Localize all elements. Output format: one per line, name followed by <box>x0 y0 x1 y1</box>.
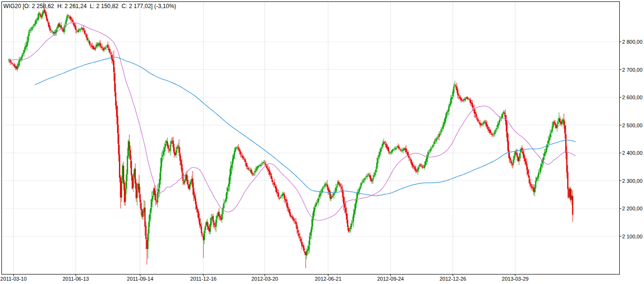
y-tick-label: 2 500,00 <box>622 123 643 128</box>
y-axis-labels: 2 800,002 700,002 600,002 500,002 400,00… <box>622 39 643 239</box>
chart-window: 2 800,002 700,002 600,002 500,002 400,00… <box>0 0 644 284</box>
x-tick-label: 2011-12-16 <box>190 276 216 282</box>
candlestick-chart-canvas: 2 800,002 700,002 600,002 500,002 400,00… <box>0 0 644 284</box>
horizontal-gridlines <box>2 42 619 237</box>
axis-tick-marks <box>13 42 621 276</box>
y-tick-label: 2 800,00 <box>622 39 643 45</box>
x-tick-label: 2013-03-29 <box>502 276 529 282</box>
up-candle-wicks <box>9 2 572 259</box>
ohlc-legend: WIG20 [O: 2 258,62 H: 2 261,24 L: 2 150,… <box>3 3 176 9</box>
x-tick-label: 2011-09-14 <box>127 276 153 282</box>
y-tick-label: 2 200,00 <box>622 206 643 211</box>
x-axis-labels: 2011-03-102011-06-132011-09-142011-12-16… <box>0 276 529 282</box>
ma-slow-line <box>35 57 576 196</box>
x-tick-label: 2012-03-20 <box>251 276 278 282</box>
y-tick-label: 2 100,00 <box>622 234 643 239</box>
y-tick-label: 2 600,00 <box>622 95 643 100</box>
y-tick-label: 2 700,00 <box>622 67 643 73</box>
y-tick-label: 2 400,00 <box>622 150 643 156</box>
x-tick-label: 2012-06-21 <box>315 276 341 282</box>
ma-fast-line <box>9 23 576 220</box>
x-tick-label: 2011-03-10 <box>0 276 27 282</box>
vertical-gridlines <box>13 2 515 274</box>
x-tick-label: 2012-12-26 <box>440 276 466 282</box>
x-tick-label: 2011-06-13 <box>63 276 89 282</box>
down-candle-wicks <box>10 8 573 268</box>
x-tick-label: 2012-09-24 <box>377 276 404 282</box>
y-tick-label: 2 300,00 <box>622 178 643 184</box>
